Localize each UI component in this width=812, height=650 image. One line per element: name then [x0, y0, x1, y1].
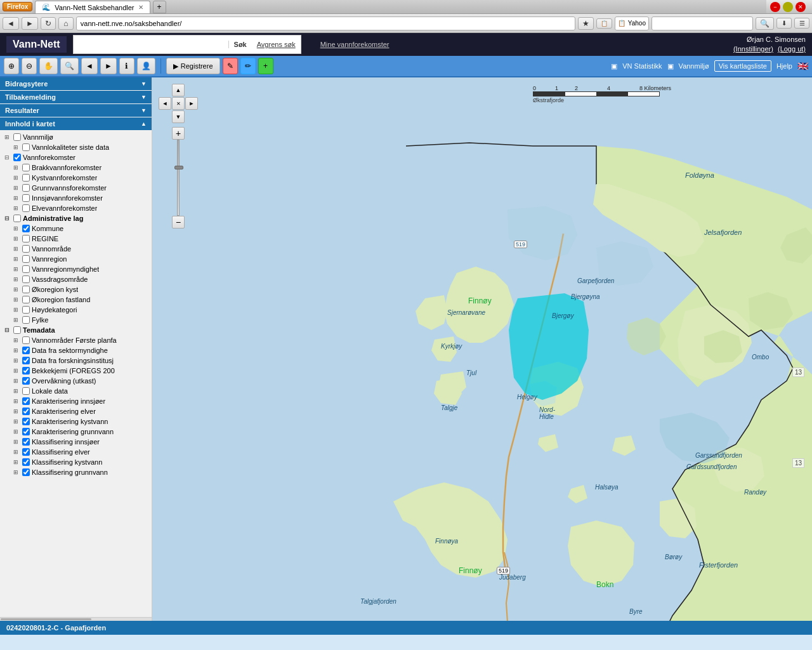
tree-innsjo[interactable]: ⊞ Innsjøvannforekomster [0, 193, 152, 203]
results-header[interactable]: Resultater ▼ [0, 104, 152, 117]
expand-hoyde[interactable]: ⊞ [11, 305, 20, 314]
tool-info-btn[interactable]: ℹ [119, 58, 134, 74]
tree-klasskystvann[interactable]: ⊞ Klassifisering kystvann [0, 457, 152, 467]
menu-btn[interactable]: ☰ [794, 18, 809, 29]
cb-admin[interactable] [13, 215, 21, 222]
tree-karinnsjor[interactable]: ⊞ Karakterisering innsjøer [0, 396, 152, 406]
tool-back-btn[interactable]: ◄ [81, 58, 98, 74]
tree-kargrunn[interactable]: ⊞ Karakterisering grunnvann [0, 427, 152, 437]
expand-vannmiljo[interactable]: ⊞ [3, 133, 11, 142]
cb-vannomrade[interactable] [22, 245, 30, 253]
cb-kommune[interactable] [22, 225, 30, 232]
tree-vannmiljo[interactable]: ⊞ Vannmiljø [0, 132, 152, 142]
cb-innsjo[interactable] [22, 194, 30, 202]
back-btn[interactable]: ◄ [3, 17, 19, 30]
tool-forward-btn[interactable]: ► [100, 58, 117, 74]
tool-pan-btn[interactable]: ✋ [39, 58, 58, 74]
cb-klasselver[interactable] [22, 448, 30, 456]
expand-vannregionmynd[interactable]: ⊞ [11, 265, 20, 274]
address-bar[interactable] [76, 17, 575, 30]
header-search-input[interactable] [74, 36, 228, 53]
tree-vannomrforste[interactable]: ⊞ Vannområder Første planfa [0, 335, 152, 345]
nav-center[interactable]: ✕ [172, 97, 185, 110]
tree-kommune[interactable]: ⊞ Kommune [0, 223, 152, 234]
tree-overvakning[interactable]: ⊞ Overvåkning (utkast) [0, 376, 152, 386]
browser-search-input[interactable] [652, 17, 753, 30]
expand-regine[interactable]: ⊞ [11, 234, 20, 243]
help-link[interactable]: Hjelp [776, 62, 792, 70]
cb-vannmiljo[interactable] [13, 133, 21, 141]
close-btn[interactable]: ✕ [796, 2, 806, 12]
feedback-header[interactable]: Tilbakemelding ▼ [0, 91, 152, 103]
expand-klasskystvann[interactable]: ⊞ [11, 458, 20, 467]
vn-statistics-link[interactable]: VN Statistikk [622, 62, 662, 70]
expand-vannforekomster[interactable]: ⊟ [3, 153, 11, 162]
cb-vannregion[interactable] [22, 255, 30, 263]
active-tab[interactable]: 🌊 Vann-Nett Saksbehandler ✕ [35, 1, 150, 13]
tree-karkyst[interactable]: ⊞ Karakterisering kystvann [0, 416, 152, 427]
cb-kargrunn[interactable] [22, 428, 30, 435]
tree-lokale[interactable]: ⊞ Lokale data [0, 386, 152, 396]
map-content-header[interactable]: Innhold i kartet ▲ [0, 117, 152, 130]
expand-temadata[interactable]: ⊟ [3, 326, 11, 335]
tool-zoom-area-btn[interactable]: ⊕ [4, 58, 19, 74]
tab-close-btn[interactable]: ✕ [138, 4, 143, 11]
cb-vannregionmynd[interactable] [22, 265, 30, 273]
expand-vannomrforste[interactable]: ⊞ [11, 336, 20, 345]
expand-overvakning[interactable]: ⊞ [11, 376, 20, 385]
expand-innsjo[interactable]: ⊞ [11, 194, 20, 202]
bookmark-btn[interactable]: 📋 [596, 18, 612, 29]
tree-hoyde[interactable]: ⊞ Høydekategori [0, 305, 152, 315]
cb-okoregfast[interactable] [22, 296, 30, 303]
cb-grunnvann[interactable] [22, 184, 30, 192]
expand-okoregkyst[interactable]: ⊞ [11, 285, 20, 294]
tool-identify-btn[interactable]: 🔍 [60, 58, 79, 74]
user-settings-link[interactable]: (Innstillinger) [733, 45, 773, 53]
tree-vannforekomster[interactable]: ⊟ Vannforekomster [0, 152, 152, 162]
tree-fylke[interactable]: ⊞ Fylke [0, 315, 152, 325]
expand-vannomrade[interactable]: ⊞ [11, 244, 20, 253]
zoom-plus-btn[interactable]: + [172, 127, 185, 140]
cb-karinnsjor[interactable] [22, 397, 30, 405]
expand-vannregion[interactable]: ⊞ [11, 255, 20, 263]
cb-lokale[interactable] [22, 387, 30, 395]
tree-klasselver[interactable]: ⊞ Klassifisering elver [0, 447, 152, 457]
tree-karelver[interactable]: ⊞ Karakterisering elver [0, 406, 152, 416]
expand-klassgrunnvann[interactable]: ⊞ [11, 468, 20, 477]
expand-karelver[interactable]: ⊞ [11, 407, 20, 416]
zoom-minus-btn[interactable]: − [172, 216, 185, 229]
refresh-btn[interactable]: ↻ [41, 17, 56, 30]
cb-vassdrag[interactable] [22, 275, 30, 283]
cb-regine[interactable] [22, 235, 30, 242]
tool-zoomout-btn[interactable]: ⊖ [22, 58, 37, 74]
search-btn[interactable]: 🔍 [756, 17, 774, 30]
maximize-btn[interactable] [783, 2, 793, 12]
tool-draw2-btn[interactable]: ✏ [240, 58, 256, 74]
cb-karkyst[interactable] [22, 418, 30, 425]
download-btn[interactable]: ⬇ [776, 18, 792, 29]
expand-fylke[interactable]: ⊞ [11, 315, 20, 324]
tree-okoregkyst[interactable]: ⊞ Økoregion kyst [0, 284, 152, 295]
register-btn[interactable]: ▶ Registrere [166, 58, 220, 74]
expand-klassinn[interactable]: ⊞ [11, 437, 20, 446]
header-search-btn[interactable]: Søk [228, 41, 252, 48]
map-area[interactable]: 519 Foldøyna Jelsafjorden Ombofjorden Om… [152, 77, 812, 621]
tree-brakkvann[interactable]: ⊞ Brakkvannforekomster [0, 162, 152, 173]
expand-datasekt[interactable]: ⊞ [11, 346, 20, 355]
expand-elve[interactable]: ⊞ [11, 204, 20, 213]
cb-klasskystvann[interactable] [22, 458, 30, 466]
tree-kystvann[interactable]: ⊞ Kystvannforekomster [0, 173, 152, 183]
cb-klassinn[interactable] [22, 438, 30, 446]
cb-datafors[interactable] [22, 357, 30, 364]
tree-bekkekjemi[interactable]: ⊞ Bekkekjemi (FOREGS 200 [0, 366, 152, 376]
new-tab-btn[interactable]: + [153, 1, 166, 13]
header-search-refine-btn[interactable]: Avgrens søk [252, 41, 301, 48]
tree-okoregfast[interactable]: ⊞ Økoregion fastland [0, 295, 152, 305]
user-logout-link[interactable]: (Logg ut) [778, 45, 806, 53]
firefox-menu-btn[interactable]: Firefox [3, 2, 32, 11]
cb-hoyde[interactable] [22, 306, 30, 314]
cb-fylke[interactable] [22, 316, 30, 324]
expand-okoregfast[interactable]: ⊞ [11, 295, 20, 304]
cb-overvakning[interactable] [22, 377, 30, 385]
expand-klasselver[interactable]: ⊞ [11, 448, 20, 456]
